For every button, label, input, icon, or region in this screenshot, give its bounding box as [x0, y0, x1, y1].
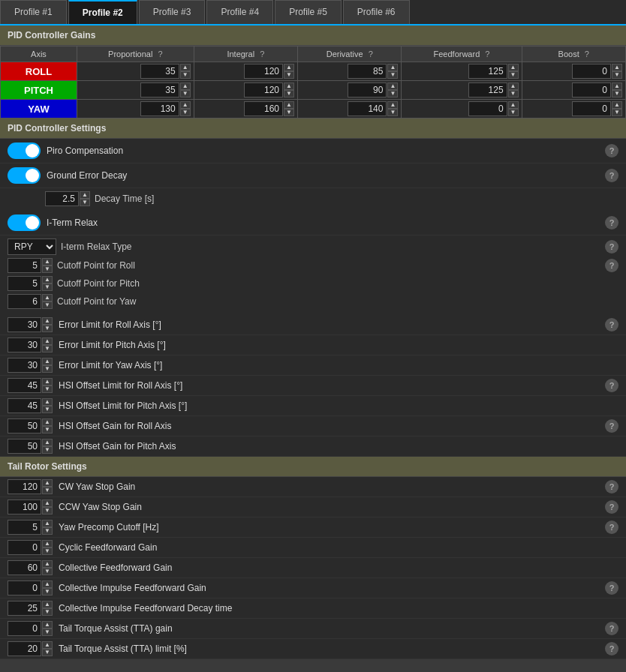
piro-compensation-help-icon[interactable]: ? — [605, 144, 618, 158]
yaw-precomp-help-icon[interactable]: ? — [605, 520, 618, 534]
roll-integral-up[interactable]: ▲ — [284, 64, 294, 71]
decay-time-up[interactable]: ▲ — [80, 191, 90, 199]
pitch-feedforward-up[interactable]: ▲ — [508, 82, 519, 90]
iterm-type-select[interactable]: RPY RP YAW — [8, 238, 56, 255]
yaw-proportional-down[interactable]: ▼ — [180, 109, 191, 116]
cutoff-roll-help-icon[interactable]: ? — [605, 259, 618, 272]
error-limit-yaw-input[interactable] — [8, 358, 41, 373]
yaw-derivative-input[interactable] — [348, 101, 387, 116]
cw-yaw-stop-input[interactable] — [8, 479, 41, 494]
pitch-integral-up[interactable]: ▲ — [284, 82, 294, 90]
cutoff-roll-down[interactable]: ▼ — [42, 266, 53, 273]
tta-gain-down[interactable]: ▼ — [42, 628, 53, 636]
pitch-integral-down[interactable]: ▼ — [284, 90, 294, 98]
tta-gain-up[interactable]: ▲ — [42, 621, 53, 628]
collective-impulse-decay-down[interactable]: ▼ — [42, 608, 53, 616]
hsi-offset-roll-up[interactable]: ▲ — [42, 378, 53, 386]
error-limit-yaw-up[interactable]: ▲ — [42, 358, 53, 365]
hsi-offset-roll-input[interactable] — [8, 378, 41, 393]
piro-compensation-toggle[interactable] — [8, 142, 41, 159]
roll-derivative-input[interactable] — [348, 64, 387, 79]
pitch-feedforward-input[interactable] — [468, 82, 507, 98]
ccw-yaw-stop-up[interactable]: ▲ — [42, 500, 53, 507]
cutoff-yaw-input[interactable] — [8, 294, 41, 309]
collective-impulse-ff-input[interactable] — [8, 580, 41, 596]
tab-profile5[interactable]: Profile #5 — [275, 0, 342, 24]
roll-proportional-input[interactable] — [140, 64, 179, 79]
collective-impulse-ff-down[interactable]: ▼ — [42, 588, 53, 596]
hsi-gain-pitch-up[interactable]: ▲ — [42, 439, 53, 446]
yaw-integral-up[interactable]: ▲ — [284, 101, 294, 109]
tab-profile1[interactable]: Profile #1 — [0, 0, 67, 24]
tab-profile4[interactable]: Profile #4 — [206, 0, 273, 24]
cw-yaw-stop-down[interactable]: ▼ — [42, 487, 53, 494]
ccw-yaw-stop-help-icon[interactable]: ? — [605, 500, 618, 514]
yaw-proportional-input[interactable] — [140, 101, 179, 116]
pitch-proportional-down[interactable]: ▼ — [180, 90, 191, 98]
tta-limit-help-icon[interactable]: ? — [605, 642, 618, 656]
pitch-proportional-input[interactable] — [140, 82, 179, 98]
ccw-yaw-stop-input[interactable] — [8, 500, 41, 514]
roll-derivative-down[interactable]: ▼ — [387, 71, 398, 79]
yaw-boost-input[interactable] — [572, 101, 611, 116]
hsi-gain-roll-input[interactable] — [8, 418, 41, 434]
proportional-help-icon[interactable]: ? — [158, 50, 162, 58]
feedforward-help-icon[interactable]: ? — [485, 50, 489, 58]
collective-impulse-decay-up[interactable]: ▲ — [42, 601, 53, 608]
roll-boost-down[interactable]: ▼ — [612, 71, 622, 79]
yaw-feedforward-down[interactable]: ▼ — [508, 109, 519, 116]
tab-profile6[interactable]: Profile #6 — [343, 0, 410, 24]
error-limit-roll-down[interactable]: ▼ — [42, 325, 53, 332]
iterm-relax-help-icon[interactable]: ? — [605, 216, 618, 230]
decay-time-input[interactable] — [45, 191, 79, 206]
hsi-offset-pitch-down[interactable]: ▼ — [42, 406, 53, 413]
pitch-feedforward-down[interactable]: ▼ — [508, 90, 519, 98]
error-limit-pitch-up[interactable]: ▲ — [42, 338, 53, 345]
collective-ff-up[interactable]: ▲ — [42, 560, 53, 568]
tab-profile3[interactable]: Profile #3 — [139, 0, 206, 24]
tta-gain-help-icon[interactable]: ? — [605, 622, 618, 635]
roll-feedforward-input[interactable] — [468, 64, 507, 79]
decay-time-down[interactable]: ▼ — [80, 199, 90, 206]
ccw-yaw-stop-down[interactable]: ▼ — [42, 507, 53, 514]
pitch-derivative-down[interactable]: ▼ — [387, 90, 398, 98]
yaw-proportional-up[interactable]: ▲ — [180, 101, 191, 109]
roll-boost-up[interactable]: ▲ — [612, 64, 622, 71]
cw-yaw-stop-help-icon[interactable]: ? — [605, 480, 618, 494]
cutoff-roll-up[interactable]: ▲ — [42, 258, 53, 266]
pitch-proportional-up[interactable]: ▲ — [180, 82, 191, 90]
pitch-derivative-input[interactable] — [348, 82, 387, 98]
ground-error-toggle[interactable] — [8, 167, 41, 184]
cutoff-pitch-up[interactable]: ▲ — [42, 276, 53, 284]
pitch-boost-down[interactable]: ▼ — [612, 90, 622, 98]
pitch-derivative-up[interactable]: ▲ — [387, 82, 398, 90]
tab-profile2[interactable]: Profile #2 — [68, 0, 137, 24]
collective-impulse-ff-help-icon[interactable]: ? — [605, 581, 618, 595]
yaw-feedforward-input[interactable] — [468, 101, 507, 116]
error-limit-roll-input[interactable] — [8, 317, 41, 332]
roll-feedforward-down[interactable]: ▼ — [508, 71, 519, 79]
tta-gain-input[interactable] — [8, 621, 41, 636]
error-limit-yaw-down[interactable]: ▼ — [42, 365, 53, 373]
tta-limit-up[interactable]: ▲ — [42, 641, 53, 649]
integral-help-icon[interactable]: ? — [260, 50, 264, 58]
cyclic-ff-down[interactable]: ▼ — [42, 548, 53, 555]
hsi-gain-pitch-down[interactable]: ▼ — [42, 446, 53, 454]
iterm-type-help-icon[interactable]: ? — [605, 240, 618, 254]
tta-limit-down[interactable]: ▼ — [42, 649, 53, 656]
hsi-gain-roll-up[interactable]: ▲ — [42, 418, 53, 426]
pitch-boost-up[interactable]: ▲ — [612, 82, 622, 90]
ground-error-help-icon[interactable]: ? — [605, 169, 618, 182]
roll-derivative-up[interactable]: ▲ — [387, 64, 398, 71]
yaw-precomp-down[interactable]: ▼ — [42, 527, 53, 535]
hsi-offset-roll-help-icon[interactable]: ? — [605, 379, 618, 392]
collective-ff-input[interactable] — [8, 560, 41, 575]
error-limit-pitch-input[interactable] — [8, 338, 41, 352]
roll-proportional-up[interactable]: ▲ — [180, 64, 191, 71]
hsi-gain-roll-down[interactable]: ▼ — [42, 426, 53, 434]
hsi-offset-pitch-up[interactable]: ▲ — [42, 398, 53, 406]
cyclic-ff-input[interactable] — [8, 540, 41, 555]
boost-help-icon[interactable]: ? — [585, 50, 589, 58]
roll-integral-down[interactable]: ▼ — [284, 71, 294, 79]
cutoff-roll-input[interactable] — [8, 258, 41, 273]
